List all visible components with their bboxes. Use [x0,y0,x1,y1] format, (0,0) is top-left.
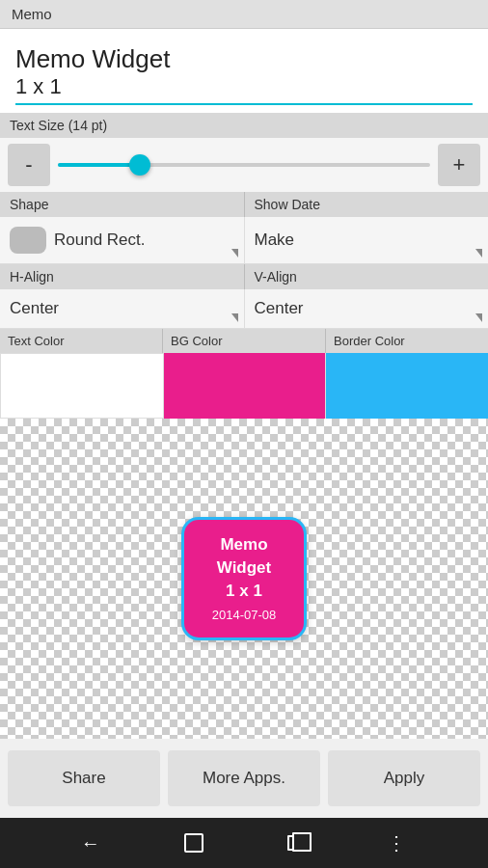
widget-title: Memo Widget [15,44,473,74]
shape-showdate-row: Round Rect. Make [0,217,488,264]
preview-line1: Memo [205,533,283,556]
text-color-swatch[interactable] [0,353,164,419]
valign-value: Center [255,299,304,318]
valign-section-label: V-Align [245,264,489,289]
slider-thumb[interactable] [129,154,150,176]
home-button[interactable] [184,833,203,853]
border-color-swatch[interactable] [326,353,488,419]
slider-plus-button[interactable]: + [438,144,480,186]
bg-color-swatch[interactable] [164,353,327,419]
widget-preview: Memo Widget 1 x 1 2014-07-08 [181,517,307,640]
halign-value: Center [10,299,59,318]
slider-fill [58,163,140,167]
slider-container[interactable] [58,144,430,186]
shape-section-label: Shape [0,192,245,217]
halign-dropdown[interactable]: Center [0,289,245,328]
share-button[interactable]: Share [8,750,160,806]
show-date-dropdown[interactable]: Make [245,217,489,263]
text-size-label: Text Size (14 pt) [0,113,488,138]
preview-line2: Widget [205,556,283,580]
widget-subtitle: 1 x 1 [15,74,473,99]
preview-area: Memo Widget 1 x 1 2014-07-08 [0,419,488,739]
valign-dropdown[interactable]: Center [245,289,489,328]
apply-button[interactable]: Apply [328,750,480,806]
shape-dropdown-arrow [231,249,238,258]
show-date-value: Make [255,231,295,250]
widget-header: Memo Widget 1 x 1 [0,29,488,113]
show-date-section-label: Show Date [245,192,489,217]
preview-line3: 1 x 1 [205,580,283,603]
rounded-rect-icon [10,227,46,254]
slider-minus-button[interactable]: - [8,144,50,186]
halign-section-label: H-Align [0,264,245,289]
color-swatch-row [0,353,488,419]
bottom-buttons: Share More Apps. Apply [0,739,488,818]
nav-bar: ← ⋮ [0,818,488,868]
shape-dropdown[interactable]: Round Rect. [0,217,245,263]
valign-dropdown-arrow [475,313,482,322]
slider-row: - + [0,138,488,192]
slider-track [58,163,430,167]
title-bar-label: Memo [12,6,52,22]
menu-button[interactable]: ⋮ [387,831,407,854]
align-header: H-Align V-Align [0,264,488,289]
preview-date: 2014-07-08 [205,607,283,624]
align-row: Center Center [0,289,488,329]
header-underline [15,103,473,105]
shape-showdate-header: Shape Show Date [0,192,488,217]
recent-button[interactable] [287,835,303,851]
more-apps-button[interactable]: More Apps. [168,750,320,806]
border-color-label: Border Color [326,329,488,353]
bg-color-label: BG Color [163,329,326,353]
text-color-label: Text Color [0,329,163,353]
title-bar: Memo [0,0,488,29]
back-button[interactable]: ← [81,832,100,854]
halign-dropdown-arrow [231,313,238,322]
show-date-dropdown-arrow [475,249,482,258]
color-header: Text Color BG Color Border Color [0,329,488,353]
shape-value: Round Rect. [54,231,146,250]
